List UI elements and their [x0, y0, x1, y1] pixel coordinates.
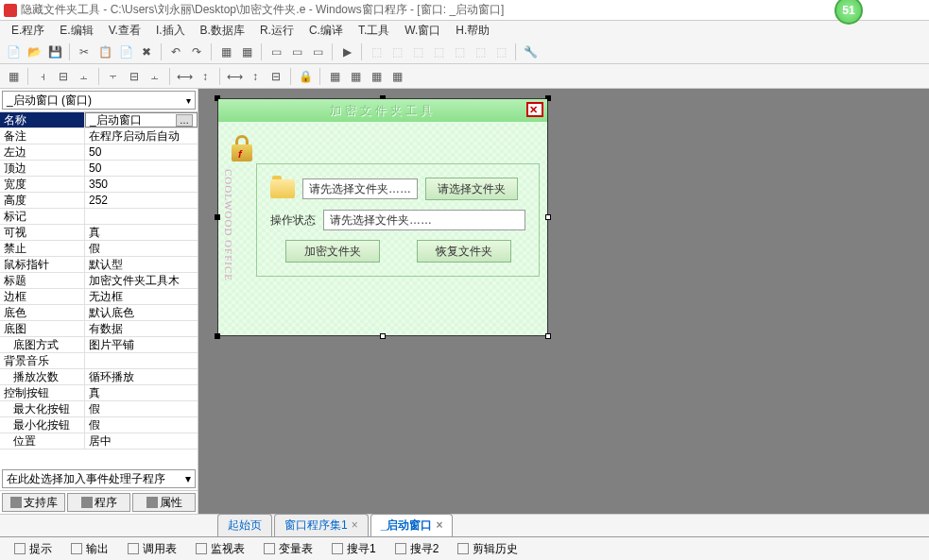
- align-mid-icon[interactable]: ⊟: [125, 67, 144, 86]
- property-row[interactable]: 高度252: [0, 193, 198, 209]
- property-row[interactable]: 禁止假: [0, 241, 198, 257]
- form3-icon[interactable]: ▭: [308, 42, 327, 61]
- design-canvas[interactable]: 加密文件夹工具 ✕ f COOLWOOD OFFICE 请先选择文件夹…… 请选…: [198, 89, 929, 514]
- encrypt-button[interactable]: 加密文件夹: [285, 240, 380, 263]
- property-row[interactable]: 控制按钮真: [0, 385, 198, 401]
- lib-button[interactable]: 支持库: [2, 493, 65, 512]
- property-value[interactable]: 50: [85, 144, 198, 160]
- property-row[interactable]: 标题加密文件夹工具木: [0, 273, 198, 289]
- align-top-icon[interactable]: ⫟: [104, 67, 123, 86]
- open-icon[interactable]: 📂: [25, 42, 43, 61]
- object-selector[interactable]: _启动窗口 (窗口)▾: [2, 91, 196, 110]
- path-field[interactable]: 请先选择文件夹……: [302, 178, 418, 199]
- property-row[interactable]: 宽度350: [0, 177, 198, 193]
- property-value[interactable]: 图片平铺: [85, 337, 198, 352]
- step1-icon[interactable]: ⬚: [367, 42, 386, 61]
- property-row[interactable]: 背景音乐: [0, 353, 198, 369]
- prog-button[interactable]: 程序: [67, 493, 130, 512]
- bottom-tab-var[interactable]: 变量表: [255, 538, 321, 560]
- close-icon[interactable]: ✕: [526, 102, 543, 117]
- close-icon[interactable]: ×: [352, 518, 358, 532]
- property-value[interactable]: 有数据: [85, 321, 198, 336]
- property-value[interactable]: 居中: [85, 433, 198, 449]
- tab-start[interactable]: 起始页: [217, 514, 272, 536]
- property-value[interactable]: 默认型: [85, 257, 198, 272]
- run-icon[interactable]: ▶: [337, 42, 356, 61]
- align1-icon[interactable]: ▦: [4, 67, 23, 86]
- menu-edit[interactable]: E.编辑: [54, 21, 98, 41]
- bottom-tab-output[interactable]: 输出: [62, 538, 117, 560]
- redo-icon[interactable]: ↷: [187, 42, 206, 61]
- form1-icon[interactable]: ▭: [267, 42, 285, 61]
- property-value[interactable]: 循环播放: [85, 369, 198, 384]
- form-designer[interactable]: 加密文件夹工具 ✕ f COOLWOOD OFFICE 请先选择文件夹…… 请选…: [217, 98, 548, 336]
- center-h-icon[interactable]: ⊟: [267, 67, 285, 86]
- undo-icon[interactable]: ↶: [166, 42, 185, 61]
- bottom-tab-find2[interactable]: 搜寻2: [387, 538, 448, 560]
- menu-insert[interactable]: I.插入: [150, 21, 191, 41]
- menu-window[interactable]: W.窗口: [399, 21, 446, 41]
- step3-icon[interactable]: ⬚: [408, 42, 427, 61]
- tool-icon[interactable]: 🔧: [521, 42, 540, 61]
- close-icon[interactable]: ×: [436, 518, 442, 532]
- tab-winset[interactable]: 窗口程序集1×: [274, 514, 369, 536]
- property-value[interactable]: 350: [85, 177, 198, 192]
- property-row[interactable]: 最大化按钮假: [0, 401, 198, 417]
- form2-icon[interactable]: ▭: [287, 42, 306, 61]
- property-row[interactable]: 边框无边框: [0, 289, 198, 305]
- bottom-tab-watch[interactable]: 监视表: [187, 538, 253, 560]
- menu-program[interactable]: E.程序: [6, 21, 50, 41]
- grid-b-icon[interactable]: ▦: [346, 67, 365, 86]
- grid-a-icon[interactable]: ▦: [325, 67, 344, 86]
- step4-icon[interactable]: ⬚: [429, 42, 448, 61]
- menu-view[interactable]: V.查看: [103, 21, 146, 41]
- step7-icon[interactable]: ⬚: [491, 42, 510, 61]
- step6-icon[interactable]: ⬚: [471, 42, 490, 61]
- menu-tools[interactable]: T.工具: [353, 21, 395, 41]
- step2-icon[interactable]: ⬚: [387, 42, 406, 61]
- space-v-icon[interactable]: ↕: [246, 67, 265, 86]
- paste-icon[interactable]: 📄: [116, 42, 135, 61]
- property-value[interactable]: 在程序启动后自动: [85, 128, 198, 144]
- same-w-icon[interactable]: ⟷: [175, 67, 194, 86]
- grid-c-icon[interactable]: ▦: [367, 67, 386, 86]
- property-row[interactable]: 左边50: [0, 144, 198, 161]
- property-row[interactable]: 备注在程序启动后自动: [0, 128, 198, 144]
- property-row[interactable]: 底色默认底色: [0, 305, 198, 321]
- align-bot-icon[interactable]: ⫠: [146, 67, 164, 86]
- cut-icon[interactable]: ✂: [75, 42, 94, 61]
- property-row[interactable]: 标记: [0, 209, 198, 225]
- prop-button[interactable]: 属性: [132, 493, 196, 512]
- grid1-icon[interactable]: ▦: [216, 42, 235, 61]
- bottom-tab-hint[interactable]: 提示: [6, 538, 60, 560]
- property-value[interactable]: _启动窗口…: [85, 112, 198, 127]
- step5-icon[interactable]: ⬚: [450, 42, 469, 61]
- property-row[interactable]: 可视真: [0, 225, 198, 241]
- property-row[interactable]: 位置居中: [0, 433, 198, 450]
- menu-database[interactable]: B.数据库: [195, 21, 250, 41]
- space-h-icon[interactable]: ⟷: [225, 67, 244, 86]
- property-value[interactable]: 真: [85, 225, 198, 240]
- new-icon[interactable]: 📄: [4, 42, 23, 61]
- property-row[interactable]: 名称_启动窗口…: [0, 112, 198, 128]
- bottom-tab-find1[interactable]: 搜寻1: [323, 538, 385, 560]
- grid-d-icon[interactable]: ▦: [387, 67, 406, 86]
- property-row[interactable]: 鼠标指针默认型: [0, 257, 198, 273]
- align-center-icon[interactable]: ⊟: [54, 67, 73, 86]
- bottom-tab-clip[interactable]: 剪辑历史: [449, 538, 526, 560]
- ellipsis-button[interactable]: …: [176, 114, 193, 127]
- property-row[interactable]: 播放次数循环播放: [0, 369, 198, 385]
- same-h-icon[interactable]: ↕: [196, 67, 215, 86]
- menu-run[interactable]: R.运行: [254, 21, 300, 41]
- lock-icon[interactable]: 🔒: [296, 67, 315, 86]
- property-value[interactable]: 真: [85, 385, 198, 400]
- menu-help[interactable]: H.帮助: [450, 21, 495, 41]
- property-value[interactable]: [85, 353, 198, 368]
- property-value[interactable]: 加密文件夹工具木: [85, 273, 198, 288]
- copy-icon[interactable]: 📋: [95, 42, 114, 61]
- tab-startwin[interactable]: _启动窗口×: [370, 514, 454, 536]
- property-value[interactable]: 假: [85, 401, 198, 416]
- property-list[interactable]: 名称_启动窗口…备注在程序启动后自动左边50顶边50宽度350高度252标记可视…: [0, 111, 198, 467]
- property-value[interactable]: 默认底色: [85, 305, 198, 320]
- property-value[interactable]: 假: [85, 417, 198, 433]
